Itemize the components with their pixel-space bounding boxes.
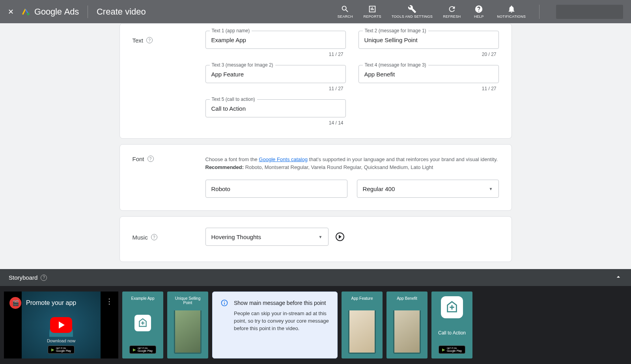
text-5-label: Text 5 (call to action) bbox=[210, 97, 257, 102]
storyboard-frame-4[interactable]: App Benefit bbox=[386, 292, 428, 358]
reports-button[interactable]: REPORTS bbox=[363, 5, 381, 19]
font-weight-value: Regular 400 bbox=[363, 186, 395, 192]
text-1-input[interactable] bbox=[211, 37, 340, 43]
help-icon bbox=[474, 5, 483, 13]
frame-5-title: Call to Action bbox=[438, 330, 466, 336]
storyboard-info-card: Show main message before this point Peop… bbox=[212, 292, 338, 358]
text-5-field[interactable]: Text 5 (call to action) bbox=[205, 99, 346, 117]
director-icon: 🎬 bbox=[9, 297, 21, 309]
text-3-field-wrap: Text 3 (message for Image 2) 11 / 27 bbox=[205, 65, 346, 91]
info-body: People can skip your in-stream ad at thi… bbox=[234, 310, 329, 332]
text-4-field[interactable]: Text 4 (message for Image 3) bbox=[358, 65, 499, 83]
frame-4-title: App Benefit bbox=[397, 296, 417, 301]
text-2-count: 20 / 27 bbox=[358, 52, 499, 57]
text-3-field[interactable]: Text 3 (message for Image 2) bbox=[205, 65, 346, 83]
storyboard-frame-1[interactable]: Example App GET IT ONGoogle Play bbox=[122, 292, 163, 358]
storyboard-panel: Storyboard ? Download now GET IT ONGoogl… bbox=[0, 269, 631, 364]
header-divider bbox=[88, 6, 88, 18]
ads-logo-icon bbox=[21, 7, 30, 17]
storyboard-header: Storyboard ? bbox=[0, 269, 631, 286]
frame-4-image bbox=[393, 310, 421, 354]
wrench-icon bbox=[408, 5, 416, 13]
tools-settings-button[interactable]: TOOLS AND SETTINGS bbox=[392, 5, 433, 19]
reports-icon bbox=[368, 5, 377, 13]
text-4-field-wrap: Text 4 (message for Image 3) 11 / 27 bbox=[358, 65, 499, 91]
storyboard-frame-3[interactable]: App Feature bbox=[342, 292, 383, 358]
app-icon bbox=[441, 296, 463, 318]
font-family-field[interactable] bbox=[205, 180, 347, 198]
text-5-field-wrap: Text 5 (call to action) 14 / 14 bbox=[205, 99, 346, 126]
refresh-button[interactable]: REFRESH bbox=[443, 5, 461, 19]
storyboard-frame-2[interactable]: Unique Selling Point bbox=[167, 292, 208, 358]
chevron-up-icon bbox=[614, 273, 622, 281]
close-icon[interactable]: ✕ bbox=[8, 7, 14, 16]
music-select[interactable]: Hovering Thoughts ▼ bbox=[205, 228, 329, 246]
search-icon bbox=[341, 5, 349, 13]
notifications-button[interactable]: NOTIFICATIONS bbox=[497, 5, 526, 19]
music-section-label: Music ? bbox=[133, 228, 205, 246]
storyboard-title: Storyboard bbox=[9, 274, 37, 281]
text-2-field[interactable]: Text 2 (message for Image 1) bbox=[358, 31, 499, 49]
svg-point-0 bbox=[27, 13, 29, 15]
text-3-input[interactable] bbox=[211, 71, 340, 78]
video-title-bar: 🎬 Promote your app bbox=[9, 297, 76, 309]
music-card: Music ? Hovering Thoughts ▼ bbox=[119, 216, 512, 262]
frame-1-title: Example App bbox=[131, 296, 155, 301]
storyboard-video-preview[interactable]: Download now GET IT ONGoogle Play 🎬 Prom… bbox=[4, 292, 118, 358]
font-weight-select[interactable]: Regular 400 ▼ bbox=[357, 180, 499, 198]
google-fonts-link[interactable]: Google Fonts catalog bbox=[259, 156, 308, 162]
text-5-count: 14 / 14 bbox=[205, 120, 346, 126]
refresh-icon bbox=[448, 5, 456, 13]
frame-3-image bbox=[348, 310, 376, 354]
frame-3-title: App Feature bbox=[351, 296, 373, 301]
help-icon[interactable]: ? bbox=[146, 37, 153, 43]
google-play-badge: GET IT ONGoogle Play bbox=[439, 345, 465, 354]
text-card: Text ? Text 1 (app name) 11 / 27 Text 2 … bbox=[119, 23, 512, 139]
header-divider-2 bbox=[539, 5, 540, 19]
music-value: Hovering Thoughts bbox=[211, 234, 261, 240]
google-play-badge: GET IT ONGoogle Play bbox=[48, 345, 75, 354]
help-icon[interactable]: ? bbox=[151, 234, 157, 240]
text-1-field[interactable]: Text 1 (app name) bbox=[205, 31, 346, 49]
help-icon[interactable]: ? bbox=[147, 156, 154, 162]
help-icon[interactable]: ? bbox=[41, 275, 47, 281]
frame-2-title: Unique Selling Point bbox=[170, 296, 205, 305]
text-2-input[interactable] bbox=[364, 37, 493, 43]
logo-text: Google Ads bbox=[34, 7, 79, 17]
info-title: Show main message before this point bbox=[234, 299, 329, 307]
text-1-count: 11 / 27 bbox=[205, 52, 346, 57]
storyboard-frame-5[interactable]: Call to Action GET IT ONGoogle Play bbox=[431, 292, 472, 358]
text-2-field-wrap: Text 2 (message for Image 1) 20 / 27 bbox=[358, 31, 499, 57]
account-selector[interactable] bbox=[556, 5, 623, 19]
text-4-count: 11 / 27 bbox=[358, 86, 499, 91]
text-1-label: Text 1 (app name) bbox=[210, 28, 252, 33]
youtube-play-button[interactable] bbox=[50, 317, 72, 333]
video-menu-button[interactable]: ⋮ bbox=[106, 297, 113, 306]
play-button[interactable] bbox=[336, 232, 344, 241]
chevron-down-icon: ▼ bbox=[489, 187, 493, 191]
search-button[interactable]: SEARCH bbox=[337, 5, 353, 19]
font-section-label: Font ? bbox=[133, 156, 205, 198]
chevron-down-icon: ▼ bbox=[319, 235, 323, 239]
google-ads-logo: Google Ads bbox=[21, 7, 79, 17]
text-5-input[interactable] bbox=[211, 105, 340, 112]
text-3-label: Text 3 (message for Image 2) bbox=[210, 62, 275, 68]
app-header: ✕ Google Ads Create video SEARCH REPORTS… bbox=[0, 0, 631, 23]
download-text: Download now bbox=[47, 338, 75, 343]
font-hint: Choose a font from the Google Fonts cata… bbox=[205, 156, 499, 171]
text-3-count: 11 / 27 bbox=[205, 86, 346, 91]
bell-icon bbox=[507, 5, 516, 13]
font-family-input[interactable] bbox=[211, 186, 342, 192]
font-card: Font ? Choose a font from the Google Fon… bbox=[119, 144, 512, 211]
header-left: ✕ Google Ads Create video bbox=[8, 6, 146, 18]
frame-2-image bbox=[174, 310, 202, 354]
app-icon bbox=[134, 315, 151, 331]
collapse-button[interactable] bbox=[614, 273, 622, 282]
info-icon bbox=[220, 299, 228, 351]
text-4-input[interactable] bbox=[364, 71, 493, 78]
help-button[interactable]: HELP bbox=[471, 5, 487, 19]
page-title: Create video bbox=[97, 7, 146, 17]
header-tools: SEARCH REPORTS TOOLS AND SETTINGS REFRES… bbox=[337, 5, 623, 19]
google-play-badge: GET IT ONGoogle Play bbox=[129, 345, 156, 354]
text-section-label: Text ? bbox=[133, 31, 205, 126]
